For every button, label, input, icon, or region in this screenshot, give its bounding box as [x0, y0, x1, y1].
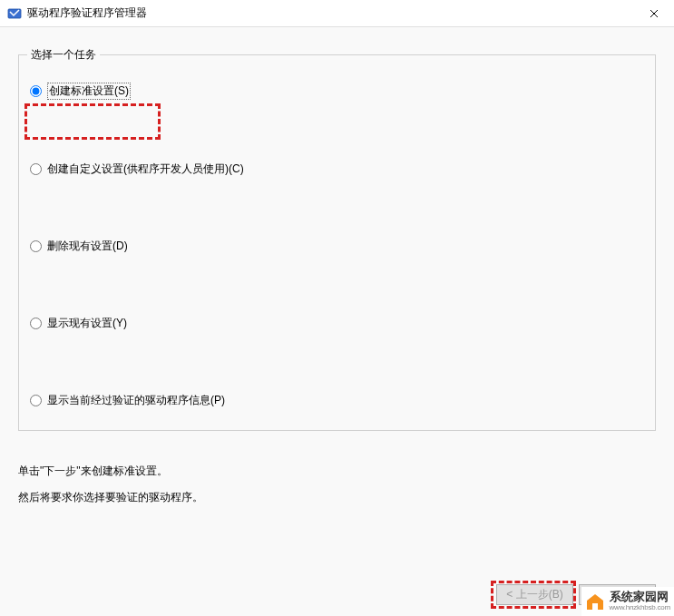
help-line-2: 然后将要求你选择要验证的驱动程序。 — [18, 484, 656, 511]
radio-input[interactable] — [30, 318, 42, 329]
app-icon — [7, 6, 22, 21]
help-text: 单击"下一步"来创建标准设置。 然后将要求你选择要验证的驱动程序。 — [18, 458, 656, 511]
radio-input[interactable] — [30, 85, 42, 97]
window-body: 选择一个任务 创建标准设置(S) 创建自定义设置(供程序开发人员使用)(C) 删… — [0, 27, 674, 616]
back-button: < 上一步(B) — [496, 584, 573, 605]
radio-delete-settings[interactable]: 删除现有设置(D) — [30, 239, 644, 254]
watermark-logo-icon — [583, 590, 607, 613]
watermark-en: www.hnzkhbsb.com — [610, 604, 671, 612]
radio-create-standard[interactable]: 创建标准设置(S) — [30, 83, 644, 100]
radio-label: 显示当前经过验证的驱动程序信息(P) — [47, 393, 225, 408]
watermark-cn: 系统家园网 — [610, 591, 671, 603]
fieldset-box: 创建标准设置(S) 创建自定义设置(供程序开发人员使用)(C) 删除现有设置(D… — [18, 54, 656, 431]
radio-label: 创建自定义设置(供程序开发人员使用)(C) — [47, 161, 244, 177]
radio-label: 显示现有设置(Y) — [47, 316, 127, 331]
watermark-text: 系统家园网 www.hnzkhbsb.com — [610, 591, 671, 611]
fieldset-legend: 选择一个任务 — [27, 47, 100, 63]
radio-show-verified[interactable]: 显示当前经过验证的驱动程序信息(P) — [30, 393, 644, 408]
radio-show-settings[interactable]: 显示现有设置(Y) — [30, 316, 644, 331]
close-button[interactable] — [633, 0, 674, 27]
titlebar: 驱动程序验证程序管理器 — [0, 0, 674, 27]
radio-input[interactable] — [30, 395, 42, 406]
task-fieldset: 选择一个任务 创建标准设置(S) 创建自定义设置(供程序开发人员使用)(C) 删… — [18, 54, 656, 431]
radio-label: 创建标准设置(S) — [47, 83, 131, 100]
svg-rect-1 — [592, 603, 598, 610]
window-title: 驱动程序验证程序管理器 — [27, 5, 147, 21]
radio-create-custom[interactable]: 创建自定义设置(供程序开发人员使用)(C) — [30, 161, 644, 177]
radio-label: 删除现有设置(D) — [47, 239, 128, 254]
radio-input[interactable] — [30, 163, 42, 175]
help-line-1: 单击"下一步"来创建标准设置。 — [18, 458, 656, 484]
watermark: 系统家园网 www.hnzkhbsb.com — [581, 587, 675, 616]
radio-input[interactable] — [30, 240, 42, 252]
